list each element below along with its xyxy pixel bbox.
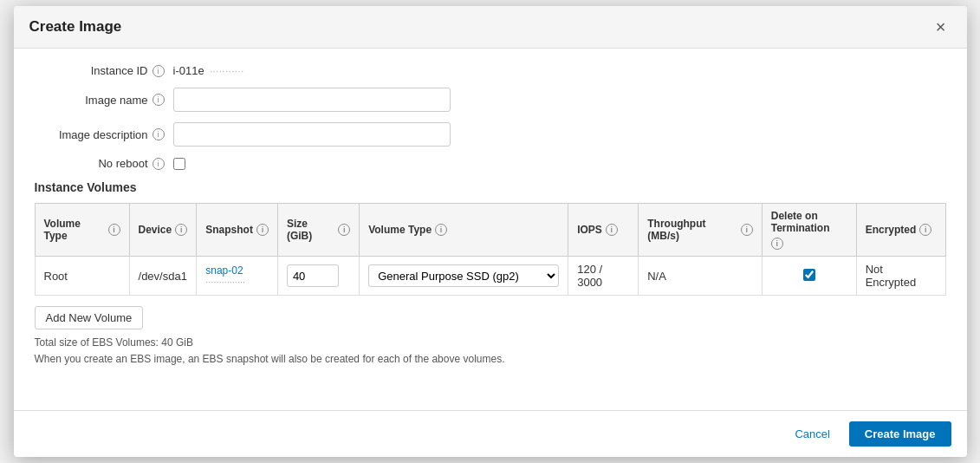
image-name-row: Image name i [35, 88, 946, 112]
col-encrypted: Encrypted i [856, 204, 945, 257]
row-snapshot: snap-02··············· [197, 257, 278, 296]
dialog-footer: Cancel Create Image [14, 410, 967, 457]
vol-type-select[interactable]: General Purpose SSD (gp2)Provisioned IOP… [368, 264, 559, 287]
create-image-dialog: Create Image × Instance ID i i-011e ····… [14, 6, 967, 457]
size-input[interactable] [287, 264, 339, 287]
image-description-row: Image description i [35, 122, 946, 147]
dialog-header: Create Image × [14, 6, 967, 49]
info-text-line1: Total size of EBS Volumes: 40 GiB [35, 335, 946, 351]
row-vol-type-select-cell[interactable]: General Purpose SSD (gp2)Provisioned IOP… [360, 257, 568, 296]
col-delete-on-term: Delete on Termination i [762, 204, 856, 257]
image-description-label: Image description i [35, 128, 173, 141]
table-header-row: Volume Type i Device i Snapshot i [35, 204, 945, 257]
iops-col-info-icon[interactable]: i [606, 224, 618, 236]
snapshot-desc: ··············· [205, 277, 269, 287]
image-name-info-icon[interactable]: i [153, 94, 165, 106]
add-new-volume-button[interactable]: Add New Volume [35, 306, 144, 329]
no-reboot-label: No reboot i [35, 157, 173, 170]
info-text-block: Total size of EBS Volumes: 40 GiB When y… [35, 335, 946, 368]
size-col-info-icon[interactable]: i [338, 224, 350, 236]
row-size[interactable] [277, 257, 359, 296]
device-col-info-icon[interactable]: i [175, 224, 187, 236]
col-device: Device i [129, 204, 197, 257]
col-iops: IOPS i [568, 204, 639, 257]
no-reboot-checkbox[interactable] [173, 158, 185, 170]
row-throughput: N/A [639, 257, 763, 296]
col-size: Size (GiB) i [277, 204, 359, 257]
col-vol-type: Volume Type i [360, 204, 568, 257]
throughput-col-info-icon[interactable]: i [741, 224, 753, 236]
image-name-value-group [173, 88, 451, 112]
table-row: Root/dev/sda1snap-02···············Gener… [35, 257, 945, 296]
col-throughput: Throughput (MB/s) i [639, 204, 763, 257]
vol-type2-col-info-icon[interactable]: i [435, 224, 447, 236]
instance-id-text: i-011e [173, 64, 204, 77]
instance-id-info-icon[interactable]: i [153, 65, 165, 77]
image-name-label: Image name i [35, 94, 173, 107]
close-button[interactable]: × [931, 16, 951, 37]
snapshot-col-info-icon[interactable]: i [256, 224, 269, 236]
row-encrypted: Not Encrypted [856, 257, 945, 296]
col-snapshot: Snapshot i [197, 204, 278, 257]
no-reboot-value-group [173, 158, 185, 170]
instance-id-value-group: i-011e ··········· [173, 64, 244, 77]
instance-id-row: Instance ID i i-011e ··········· [35, 64, 946, 77]
instance-id-label: Instance ID i [35, 64, 173, 77]
volumes-section-title: Instance Volumes [35, 180, 946, 194]
cancel-button[interactable]: Cancel [786, 422, 838, 446]
image-description-value-group [173, 122, 451, 147]
dialog-body: Instance ID i i-011e ··········· Image n… [14, 49, 967, 410]
dialog-title: Create Image [29, 18, 122, 36]
row-volume-type: Root [35, 257, 129, 296]
info-text-line2: When you create an EBS image, an EBS sna… [35, 351, 946, 368]
col-volume-type: Volume Type i [35, 204, 129, 257]
row-iops: 120 / 3000 [568, 257, 639, 296]
delete-on-term-col-info-icon[interactable]: i [771, 238, 783, 250]
snapshot-id: snap-02 [205, 264, 269, 277]
instance-id-masked: ··········· [210, 64, 244, 77]
image-description-info-icon[interactable]: i [153, 128, 165, 140]
delete-on-termination-checkbox[interactable] [803, 269, 815, 281]
no-reboot-info-icon[interactable]: i [153, 158, 165, 170]
row-device: /dev/sda1 [129, 257, 197, 296]
no-reboot-row: No reboot i [35, 157, 946, 170]
image-description-input[interactable] [173, 122, 451, 147]
row-delete-on-termination[interactable] [762, 257, 856, 296]
volumes-table: Volume Type i Device i Snapshot i [35, 203, 946, 296]
image-name-input[interactable] [173, 88, 451, 112]
vol-type-col-info-icon[interactable]: i [108, 224, 120, 236]
encrypted-col-info-icon[interactable]: i [919, 224, 931, 236]
create-image-button[interactable]: Create Image [849, 421, 951, 447]
